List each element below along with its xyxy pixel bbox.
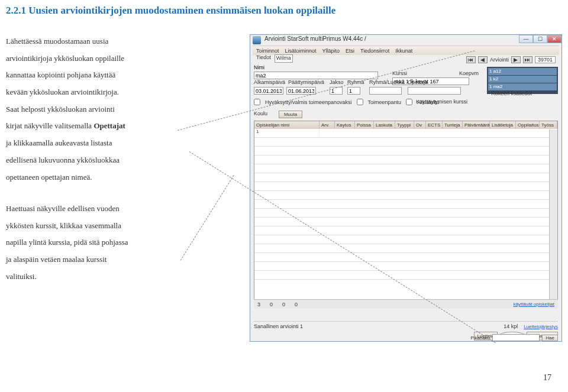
th[interactable]: Oppilaitos	[516, 121, 540, 129]
table-row[interactable]	[254, 155, 557, 164]
th[interactable]: Tyyppi	[395, 121, 414, 129]
grades-table: Opiskelijan nimi Arv. Kaytos Poissa Lask…	[254, 121, 558, 309]
table-row[interactable]	[254, 226, 557, 235]
alkmp-input[interactable]	[254, 87, 283, 95]
table-row[interactable]	[254, 218, 557, 226]
nimi-label: Nimi	[254, 64, 264, 70]
para-line: Lähettäessä muodostamaan uusia	[6, 34, 243, 49]
para-line: opettaneen opettajan nimeä.	[6, 170, 243, 185]
menu-bar: Toiminnot Lisätoiminnot Ylläpito Etsi Ti…	[253, 46, 559, 55]
arviointi-nav: ⏮ ◀ Arviointi ▶ ⏭ 39701	[466, 56, 556, 63]
para-line: Saat helposti ykkösluokan arviointi	[6, 102, 243, 117]
th[interactable]: ECTS	[426, 121, 443, 129]
table-row[interactable]	[254, 200, 557, 209]
table-row[interactable]: 1	[254, 129, 557, 138]
opettajat-bold: Opettajat	[93, 121, 125, 130]
muuta-button[interactable]: Muuta	[279, 111, 302, 118]
koulu-label: Koulu	[254, 111, 267, 116]
page-number: 17	[543, 373, 551, 383]
content-row: Lähettäessä muodostamaan uusia arviointi…	[0, 17, 568, 342]
hae-button[interactable]: Hae	[542, 335, 558, 341]
chk-toimeenpantu[interactable]	[357, 99, 363, 105]
window-buttons: — ☐ ✕	[519, 35, 561, 43]
table-row[interactable]	[254, 262, 557, 271]
class-row[interactable]: 1 a12	[488, 68, 557, 75]
nimi-input[interactable]	[254, 72, 378, 79]
jakso-label: Jakso	[330, 79, 344, 85]
chk1-label: Hyväksytty/valmis toimeenpanovaksi	[265, 99, 352, 105]
chk-arkistoitu[interactable]	[406, 99, 412, 105]
para-line: ykkösten kurssit, klikkaa vasemmalla	[6, 219, 243, 234]
th[interactable]: Arv.	[320, 121, 335, 129]
bottom-left-text: Sanallinen arviointi 1	[254, 323, 303, 329]
status-num: 0	[270, 302, 273, 307]
th[interactable]: Ov	[414, 121, 426, 129]
para-line: valituiksi.	[6, 270, 243, 284]
maximize-button[interactable]: ☐	[533, 35, 547, 43]
ryhma-input[interactable]	[347, 87, 360, 95]
table-row[interactable]	[254, 235, 557, 244]
table-row[interactable]	[254, 182, 557, 191]
subtab-wilma[interactable]: Wilma	[275, 54, 293, 63]
kpl-count: 14 kpl	[504, 323, 518, 329]
paatp-label: Päättymispäivä	[288, 79, 324, 85]
kayttavat-link[interactable]: käyttävät opiskelijat	[514, 302, 554, 307]
close-button[interactable]: ✕	[547, 35, 561, 43]
th[interactable]: Laskuta	[374, 121, 395, 129]
para-line: edellisenä lukuvuonna ykkösluokkaa	[6, 153, 243, 168]
vertical-scrollbar[interactable]	[549, 129, 557, 308]
nav-prev-icon[interactable]: ◀	[478, 56, 488, 63]
th[interactable]: Kaytos	[335, 121, 355, 129]
chk2-label: Toimeenpantu	[368, 99, 402, 105]
menu-item[interactable]: Lisätoiminnot	[285, 46, 317, 55]
table-row[interactable]	[254, 147, 557, 155]
arviointi-count: 39701	[535, 56, 556, 63]
table-row[interactable]	[254, 164, 557, 173]
table-header: Opiskelijan nimi Arv. Kaytos Poissa Lask…	[254, 121, 557, 129]
para-line: kannattaa kopiointi pohjana käyttää	[6, 68, 243, 83]
arviointi-label: Arviointi	[490, 57, 509, 63]
cell: 1	[254, 129, 320, 137]
table-row[interactable]	[254, 173, 557, 182]
koklisa-label: Kokeen lisätiedot	[491, 90, 532, 96]
status-row: 3 0 0 0 käyttävät opiskelijat	[254, 299, 558, 309]
nav-first-icon[interactable]: ⏮	[466, 56, 476, 63]
th[interactable]: Päivämäärä	[463, 121, 490, 129]
chk-hyvaksytty[interactable]	[254, 99, 260, 105]
th[interactable]: Poissa	[355, 121, 374, 129]
pikahaku-input[interactable]	[492, 334, 540, 341]
th[interactable]: Tunteja	[443, 121, 463, 129]
menu-item[interactable]: Ylläpito	[322, 46, 340, 55]
table-row[interactable]	[254, 271, 557, 280]
nav-last-icon[interactable]: ⏭	[523, 56, 532, 63]
kayt-label: Käyttäytymisen kurssi	[416, 99, 467, 105]
app-screenshot: Arviointi StarSoft multiPrimus W4.44c / …	[250, 34, 562, 342]
opettaja-input[interactable]	[408, 87, 461, 95]
table-row[interactable]	[254, 191, 557, 200]
rl-input[interactable]	[369, 87, 402, 95]
table-row[interactable]	[254, 209, 557, 218]
rl-label: Ryhmä/Luokka	[369, 79, 405, 85]
menu-item[interactable]: Ikkunat	[395, 46, 412, 55]
table-row[interactable]	[254, 253, 557, 262]
subtab-tiedot[interactable]: Tiedot	[256, 54, 271, 63]
luettelojarjestys-link[interactable]: Luettelojärjestys	[524, 324, 558, 329]
menu-item[interactable]: Tiedonsiirrot	[360, 46, 389, 55]
menu-item[interactable]: Toiminnot	[256, 46, 279, 55]
menu-item[interactable]: Etsi	[346, 46, 354, 55]
th[interactable]: Työss	[540, 121, 557, 129]
nav-next-icon[interactable]: ▶	[511, 56, 521, 63]
th[interactable]: Opiskelijan nimi	[254, 121, 320, 129]
status-num: 0	[282, 302, 285, 307]
class-row[interactable]: 1 k2	[488, 76, 557, 83]
minimize-button[interactable]: —	[519, 35, 533, 43]
window-title: Arviointi StarSoft multiPrimus W4.44c /	[264, 35, 366, 42]
para-line: napilla ylintä kurssia, pidä sitä pohjas…	[6, 235, 243, 250]
table-row[interactable]	[254, 244, 557, 253]
th[interactable]: Lisätietoja	[490, 121, 516, 129]
class-row[interactable]: 1 ma2	[488, 83, 557, 90]
para-text: kirjat näkyville valitsemalla	[6, 121, 93, 130]
table-row[interactable]	[254, 138, 557, 147]
alkmp-label: Alkamispäivä	[254, 79, 285, 85]
body-text-column: Lähettäessä muodostamaan uusia arviointi…	[6, 34, 243, 342]
